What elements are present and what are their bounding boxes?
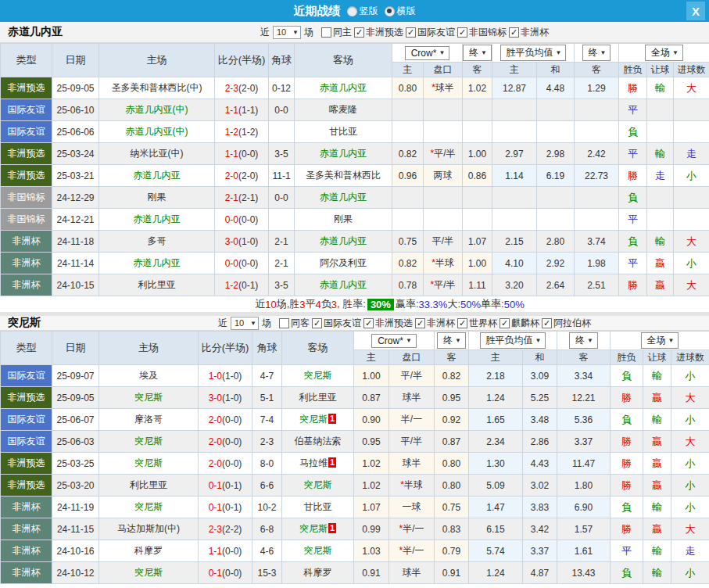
handicap-odds: 0.95: [435, 387, 469, 409]
filter-checkbox-label: 非洲杯: [521, 26, 549, 39]
corner-count: 6-6: [252, 475, 282, 497]
match-result: 平: [619, 99, 647, 121]
away-team: 赤道几内亚: [295, 77, 392, 99]
score: 1-1(0-0): [199, 540, 252, 562]
mean-odds: 3.37: [557, 431, 611, 453]
handicap-result: 輸: [643, 562, 671, 584]
filter-checkbox-label: 世界杯: [469, 317, 497, 330]
close-button[interactable]: X: [686, 2, 705, 20]
mean-odds: 3.83: [523, 497, 557, 518]
filter-checkbox[interactable]: ✓非洲杯: [509, 26, 549, 39]
goals-result: 大: [674, 274, 709, 296]
filter-checkbox[interactable]: ✓非国锦标: [457, 26, 507, 39]
filter-checkbox[interactable]: ✓国际友谊: [406, 26, 455, 39]
titlebar: 近期战绩 竖版 横版 X: [0, 0, 709, 22]
mean-odds: 12.87: [492, 77, 537, 99]
subcol-mean-home: 主: [469, 350, 523, 365]
col-type: 类型: [1, 332, 52, 365]
handicap-odds: [392, 187, 424, 209]
mean-odds-dropdown[interactable]: 胜平负均值▼: [500, 45, 567, 61]
filter-checkbox[interactable]: ✓阿拉伯杯: [542, 317, 591, 330]
mean-odds: 6.19: [537, 165, 575, 187]
match-row: 国际友谊25-06-06赤道几内亚(中)1-2(1-2)甘比亚負: [1, 121, 709, 143]
goals-result: 小: [674, 253, 709, 274]
competition-type: 非洲预选: [1, 165, 52, 187]
scope-dropdown[interactable]: 全场▼: [645, 45, 683, 61]
scope-dropdown[interactable]: 全场▼: [641, 332, 679, 349]
filter-checkbox[interactable]: ✓非洲杯: [415, 317, 455, 330]
match-table-tunisia: 类型 日期 主场 比分(半场) 角球 客场 Crow*▼ 终▼ 胜平负均值▼ 终…: [0, 331, 709, 584]
summary-text: 场,胜: [277, 297, 300, 311]
final-mean-dropdown[interactable]: 终▼: [582, 45, 611, 61]
match-date: 25-03-20: [52, 475, 99, 497]
corner-count: 0-12: [269, 77, 295, 99]
radio-vertical-layout[interactable]: 竖版: [347, 5, 378, 18]
handicap-result: [647, 121, 674, 143]
mean-odds: [537, 121, 575, 143]
subcol-odds-away: 客: [435, 350, 469, 365]
subcol-mean-draw: 和: [523, 350, 557, 365]
subcol-handicap-result: 让球: [647, 63, 674, 77]
handicap-line: *球半: [424, 77, 463, 99]
recent-count-select[interactable]: 10 ▼: [231, 317, 259, 330]
filter-checkbox-label: 非洲预选: [375, 317, 413, 330]
handicap-odds: [463, 187, 492, 209]
final-odds-dropdown[interactable]: 终▼: [437, 332, 466, 349]
red-card-badge: 1: [328, 457, 336, 468]
filter-checkbox[interactable]: 同主: [321, 26, 352, 39]
checkbox-checked-icon: ✓: [363, 318, 374, 328]
goals-result: 小: [671, 453, 709, 475]
mean-odds: 4.48: [537, 77, 575, 99]
goals-result: 走: [671, 540, 709, 562]
goals-result: 大: [674, 77, 709, 99]
competition-type: 非洲杯: [1, 231, 52, 253]
filter-checkbox[interactable]: ✓麒麟杯: [500, 317, 539, 330]
handicap-line: [424, 99, 463, 121]
match-row: 非洲预选25-03-20利比里亚0-1(0-1)6-6突尼斯1.02*半球0.8…: [1, 475, 709, 497]
filter-checkbox[interactable]: 同客: [279, 317, 310, 330]
mean-odds: 22.73: [575, 165, 619, 187]
match-result: 負: [611, 562, 643, 584]
odds-company-dropdown[interactable]: Crow*▼: [371, 334, 417, 348]
away-team: 突尼斯: [282, 365, 354, 387]
team-name: 突尼斯: [8, 316, 41, 330]
final-odds-dropdown[interactable]: 终▼: [463, 45, 492, 61]
mean-odds-dropdown[interactable]: 胜平负均值▼: [480, 332, 546, 349]
match-row: 国际友谊25-06-03突尼斯2-0(0-0)2-3伯基纳法索0.95平/半0.…: [1, 431, 709, 453]
goals-result: 大: [671, 387, 709, 409]
filter-checkbox-label: 阿拉伯杯: [553, 317, 591, 330]
corner-count: 11-1: [269, 165, 295, 187]
filter-checkbox-label: 非洲杯: [427, 317, 455, 330]
recent-count-select[interactable]: 10 ▼: [273, 26, 301, 39]
handicap-odds: 0.90: [354, 409, 389, 431]
handicap-odds: 0.80: [435, 475, 469, 497]
filter-checkbox[interactable]: ✓世界杯: [457, 317, 497, 330]
match-date: 25-09-07: [52, 365, 99, 387]
away-team: 甘比亚: [295, 121, 392, 143]
filter-checkbox[interactable]: ✓非洲预选: [354, 26, 403, 39]
radio-horizontal-layout[interactable]: 横版: [385, 5, 416, 18]
handicap-line: 一球: [389, 497, 435, 518]
final-mean-dropdown[interactable]: 终▼: [569, 332, 598, 349]
match-row: 国际友谊25-06-07摩洛哥2-0(0-0)7-4突尼斯10.90半/一0.9…: [1, 409, 709, 431]
match-row: 非洲杯24-10-16科摩罗1-1(0-0)4-6突尼斯1.03*半/一0.79…: [1, 540, 709, 562]
handicap-result: 輸: [643, 497, 671, 518]
filter-checkbox[interactable]: ✓国际友谊: [312, 317, 361, 330]
handicap-odds: 0.80: [435, 453, 469, 475]
summary-text: 近: [255, 297, 265, 311]
away-team: 利比里亚: [282, 387, 354, 409]
corner-count: [269, 209, 295, 231]
col-date: 日期: [52, 44, 99, 77]
match-row: 非洲杯24-10-15利比里亚1-2(0-1)3-5赤道几内亚0.78*平/半1…: [1, 274, 709, 296]
summary-text: 单率:: [481, 297, 504, 311]
corner-count: 0-0: [269, 187, 295, 209]
filter-checkbox[interactable]: ✓非洲预选: [363, 317, 413, 330]
recent-results-panel: 近期战绩 竖版 横版 X 赤道几内亚 近 10 ▼ 场 同主✓非洲预选✓国际友谊…: [0, 0, 709, 588]
odds-company-dropdown[interactable]: Crow*▼: [405, 46, 450, 60]
handicap-odds: 0.82: [392, 253, 424, 274]
mean-odds: 2.80: [537, 231, 575, 253]
match-result: 勝: [611, 518, 643, 540]
corner-count: 2-3: [252, 431, 282, 453]
handicap-odds: 0.79: [435, 540, 469, 562]
radio-horizontal-label: 横版: [397, 5, 416, 18]
